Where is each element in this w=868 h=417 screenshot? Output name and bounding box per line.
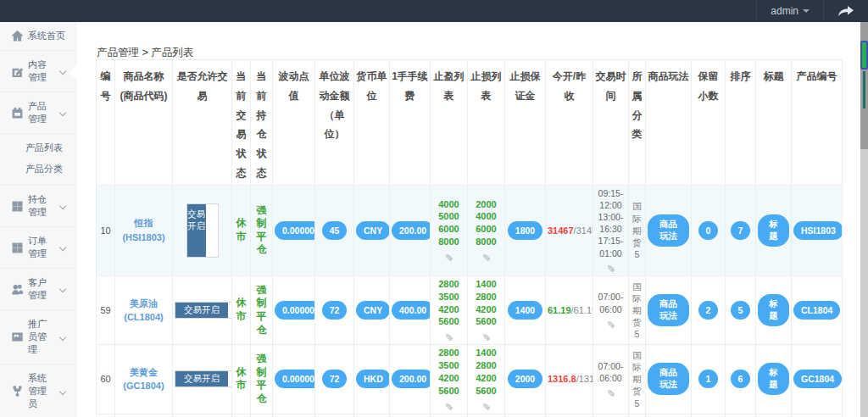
- product-code-pill[interactable]: GC1804: [793, 370, 842, 388]
- sidebar-item-promoters[interactable]: 推广员管理: [0, 310, 75, 364]
- logout-arrow-button[interactable]: [823, 0, 868, 22]
- trade-toggle[interactable]: 交易开启: [175, 370, 232, 387]
- cell-hold-status: 强制平仓: [251, 185, 273, 275]
- cell-point: 0.00000: [273, 275, 315, 344]
- cell-decimals: 0: [692, 185, 726, 275]
- chevron-down-icon: [59, 333, 66, 340]
- play-button[interactable]: 商品玩法: [648, 294, 689, 326]
- decimals-pill[interactable]: 1: [698, 370, 719, 388]
- sidebar-item-label: 订单管理: [28, 235, 55, 260]
- scrollbar-thumb[interactable]: [860, 41, 868, 70]
- cell-margin: 2800: [505, 414, 546, 417]
- cell-stop-loss: 2000 4000 6000 8000 ✎: [468, 185, 505, 275]
- cell-play: 商品玩法: [646, 275, 692, 344]
- margin-pill[interactable]: 2000: [508, 370, 542, 388]
- product-code-link[interactable]: (GC1804): [117, 379, 170, 393]
- sidebar-item-orders[interactable]: 订单管理: [0, 227, 75, 269]
- sidebar-item-label: 系统管理员: [28, 372, 55, 410]
- point-pill[interactable]: 0.00000: [275, 301, 315, 320]
- fee-pill[interactable]: 200.00: [392, 221, 431, 240]
- edit-pencil-icon[interactable]: ✎: [470, 251, 503, 263]
- margin-pill[interactable]: 1400: [508, 301, 542, 320]
- product-code-link[interactable]: (CL1804): [117, 310, 170, 325]
- cell-trade-status: 休市: [232, 185, 251, 275]
- sidebar-item-sysadmin[interactable]: 系统管理员: [0, 364, 75, 417]
- edit-pencil-icon[interactable]: ✎: [470, 331, 503, 342]
- product-name-link[interactable]: 恒指: [117, 216, 170, 231]
- product-code-pill[interactable]: CL1804: [793, 301, 840, 320]
- edit-pencil-icon[interactable]: ✎: [432, 331, 465, 342]
- prev-close: /31450: [574, 225, 593, 236]
- currency-pill[interactable]: CNY: [356, 221, 390, 240]
- edit-pencil-icon[interactable]: ✎: [470, 400, 503, 412]
- product-code-pill[interactable]: HSI1803: [793, 221, 843, 240]
- sidebar-item-label: 内容管理: [28, 58, 55, 84]
- col-header-name: 商品名称(商品代码): [115, 60, 173, 186]
- play-button[interactable]: 商品玩法: [648, 214, 689, 247]
- sidebar-subitem-product-list[interactable]: 产品列表: [0, 137, 75, 158]
- sort-pill[interactable]: 6: [731, 370, 751, 388]
- title-button[interactable]: 标题: [758, 363, 789, 395]
- col-header-title: 标题: [756, 60, 792, 186]
- edit-pencil-icon[interactable]: ✎: [432, 251, 465, 263]
- product-name-link[interactable]: 美黄金: [117, 365, 170, 380]
- toggle-knob: [228, 371, 232, 386]
- sort-pill[interactable]: 5: [731, 301, 751, 320]
- cell-product-code: SI1805: [792, 414, 843, 417]
- title-button[interactable]: 标题: [758, 214, 789, 247]
- toggle-knob: [228, 303, 232, 318]
- product-name-link[interactable]: 美原油: [117, 297, 170, 311]
- sidebar-item-positions[interactable]: 持仓管理: [0, 186, 75, 227]
- product-code-link[interactable]: (HSI1803): [117, 231, 170, 245]
- calendar-icon: [12, 108, 23, 119]
- margin-pill[interactable]: 1800: [508, 221, 542, 240]
- cell-name[interactable]: 恒指 (HSI1803): [115, 185, 173, 275]
- today-open: 61.19: [548, 305, 571, 315]
- cell-decimals: 3: [692, 414, 726, 417]
- sort-pill[interactable]: 7: [731, 221, 751, 240]
- sidebar-item-content[interactable]: 内容管理: [0, 51, 75, 92]
- sidebar: 系统首页 内容管理 产品管理 产品列表 产品分类 持仓管理 订单管理: [0, 22, 76, 417]
- cell-currency: CNY: [354, 414, 390, 417]
- fee-pill[interactable]: 400.00: [392, 301, 431, 320]
- unit-pill[interactable]: 72: [322, 370, 348, 388]
- vertical-scrollbar[interactable]: [860, 22, 868, 417]
- trade-toggle[interactable]: 交易开启: [175, 302, 232, 319]
- cell-take-profit: 5600 7000 8400 11200 ✎: [431, 414, 468, 417]
- toggle-knob: [206, 204, 218, 257]
- decimals-pill[interactable]: 0: [698, 221, 719, 240]
- currency-pill[interactable]: CNY: [356, 301, 390, 320]
- trade-toggle[interactable]: 交易开启: [186, 203, 219, 258]
- cell-title: 标题: [756, 185, 792, 275]
- users-icon: [12, 284, 23, 295]
- edit-pencil-icon[interactable]: ✎: [595, 318, 626, 330]
- edit-pencil-icon[interactable]: ✎: [595, 386, 626, 398]
- col-header-product-code: 产品编号: [792, 60, 843, 186]
- edit-pencil-icon[interactable]: ✎: [595, 262, 626, 274]
- play-button[interactable]: 商品玩法: [648, 363, 689, 395]
- unit-pill[interactable]: 72: [322, 301, 348, 320]
- cell-name[interactable]: 美白银 (SI1805): [115, 414, 173, 417]
- cell-id: 10: [97, 185, 115, 275]
- sidebar-item-product[interactable]: 产品管理: [0, 92, 75, 134]
- title-button[interactable]: 标题: [758, 294, 789, 326]
- admin-dropdown[interactable]: admin: [756, 0, 823, 22]
- cell-trade-status: 正常: [232, 414, 251, 417]
- unit-pill[interactable]: 45: [322, 221, 348, 240]
- cell-play: 商品玩法: [646, 185, 692, 275]
- sidebar-subitem-product-category[interactable]: 产品分类: [0, 158, 75, 180]
- chevron-down-icon: [59, 387, 66, 394]
- col-header-currency: 货币单位: [354, 60, 390, 186]
- cell-name[interactable]: 美原油 (CL1804): [115, 275, 173, 344]
- decimals-pill[interactable]: 2: [698, 301, 719, 320]
- fee-pill[interactable]: 200.00: [392, 370, 431, 388]
- cell-open-close: 31467/31450: [546, 185, 593, 275]
- sidebar-item-home[interactable]: 系统首页: [0, 22, 75, 51]
- point-pill[interactable]: 0.00000: [275, 221, 315, 240]
- cell-name[interactable]: 美黄金 (GC1804): [115, 345, 173, 414]
- sidebar-item-customers[interactable]: 客户管理: [0, 269, 75, 310]
- cell-margin: 2000: [505, 345, 546, 414]
- currency-pill[interactable]: HKD: [356, 370, 390, 388]
- edit-pencil-icon[interactable]: ✎: [432, 400, 465, 412]
- point-pill[interactable]: 0.00000: [275, 370, 315, 388]
